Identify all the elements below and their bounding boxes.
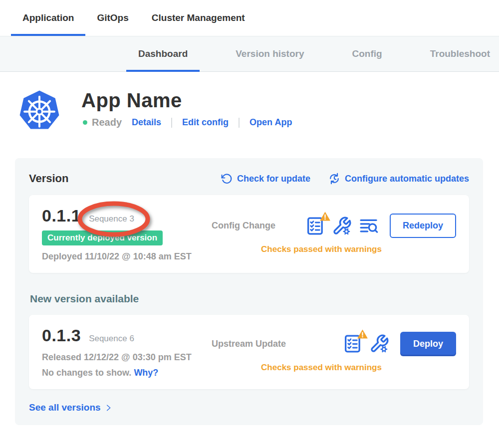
- tab-dashboard[interactable]: Dashboard: [126, 36, 200, 71]
- kubernetes-logo-icon: [17, 88, 61, 133]
- deployed-version-card: 0.1.1 Sequence 3 Currently deployed vers…: [29, 195, 469, 273]
- tab-version-history-label: Version history: [236, 48, 304, 59]
- app-header: App Name Ready Details Edit config Open …: [17, 88, 499, 133]
- refresh-icon: [221, 173, 233, 185]
- divider: [171, 118, 172, 128]
- available-sequence-label: Sequence 6: [89, 334, 134, 343]
- version-source-label: Config Change: [212, 221, 275, 231]
- version-panel: Version Check for update Configure autom…: [15, 158, 483, 425]
- tab-troubleshoot[interactable]: Troubleshoot: [418, 36, 499, 71]
- redeploy-button[interactable]: Redeploy: [390, 214, 456, 238]
- deployed-timestamp: Deployed 11/10/22 @ 10:48 am EST: [42, 251, 207, 262]
- auto-update-clock-icon: [328, 172, 341, 185]
- app-status-row: Ready Details Edit config Open App: [81, 117, 292, 128]
- released-timestamp: Released 12/12/22 @ 03:30 pm EST: [42, 352, 207, 363]
- tab-gitops-label: GitOps: [97, 12, 128, 23]
- edit-config-link[interactable]: Edit config: [182, 117, 229, 128]
- tab-config[interactable]: Config: [340, 36, 394, 71]
- ready-status-dot-icon: [83, 120, 87, 125]
- version-panel-title: Version: [29, 172, 68, 185]
- check-for-update-label: Check for update: [237, 174, 310, 184]
- available-version-number: 0.1.3: [42, 326, 81, 345]
- deployed-sequence-label: Sequence 3: [89, 214, 134, 224]
- tab-cluster-management-label: Cluster Management: [152, 12, 245, 23]
- chevron-right-icon: [104, 404, 113, 412]
- preflight-checks-warning-icon[interactable]: [342, 334, 362, 354]
- edit-config-wrench-icon[interactable]: [369, 334, 389, 354]
- app-subnav: Dashboard Version history Config Trouble…: [0, 36, 499, 72]
- tab-application-label: Application: [22, 12, 74, 23]
- see-all-versions-link[interactable]: See all versions: [29, 402, 113, 413]
- no-changes-text: No changes to show.: [42, 368, 131, 378]
- preflight-checks-warning-icon[interactable]: [305, 216, 325, 236]
- warning-triangle-icon: [319, 211, 331, 222]
- currently-deployed-badge: Currently deployed version: [42, 230, 163, 245]
- primary-nav: Application GitOps Cluster Management: [0, 0, 499, 36]
- tab-cluster-management[interactable]: Cluster Management: [140, 0, 256, 36]
- tab-dashboard-label: Dashboard: [138, 48, 188, 59]
- warning-triangle-icon: [357, 328, 368, 340]
- view-diff-icon[interactable]: [359, 216, 379, 236]
- available-version-card: 0.1.3 Sequence 6 Released 12/12/22 @ 03:…: [29, 315, 469, 389]
- deployed-version-number: 0.1.1: [42, 206, 81, 225]
- tab-config-label: Config: [352, 48, 382, 59]
- preflight-checks-status: Checks passed with warnings: [207, 363, 456, 373]
- details-link[interactable]: Details: [132, 117, 161, 128]
- configure-automatic-updates-link[interactable]: Configure automatic updates: [328, 172, 469, 185]
- tab-application[interactable]: Application: [11, 0, 85, 36]
- check-for-update-link[interactable]: Check for update: [221, 173, 310, 185]
- deploy-button[interactable]: Deploy: [400, 332, 456, 356]
- see-all-versions-label: See all versions: [29, 402, 101, 413]
- preflight-checks-status: Checks passed with warnings: [207, 244, 456, 254]
- edit-config-wrench-icon[interactable]: [332, 216, 352, 236]
- status-badge: Ready: [92, 117, 122, 128]
- open-app-link[interactable]: Open App: [250, 117, 292, 128]
- divider: [239, 118, 240, 128]
- new-version-heading: New version available: [30, 293, 469, 305]
- why-link[interactable]: Why?: [134, 368, 158, 378]
- tab-gitops[interactable]: GitOps: [85, 0, 140, 36]
- tab-version-history[interactable]: Version history: [224, 36, 316, 71]
- tab-troubleshoot-label: Troubleshoot: [430, 48, 490, 59]
- configure-automatic-updates-label: Configure automatic updates: [345, 174, 469, 184]
- page-title: App Name: [81, 88, 292, 112]
- version-source-label: Upstream Update: [212, 339, 286, 349]
